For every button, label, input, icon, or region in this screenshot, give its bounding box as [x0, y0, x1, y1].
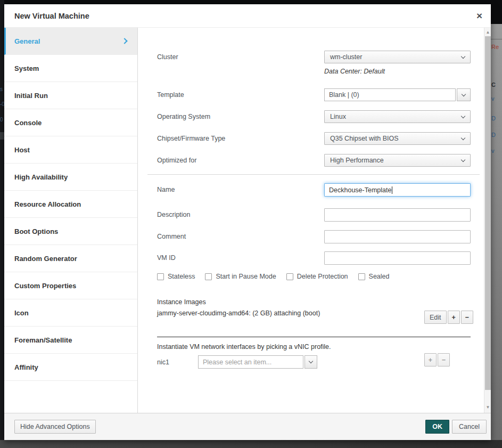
- scroll-down-icon[interactable]: ▼: [484, 404, 491, 411]
- checkbox-icon: [286, 273, 293, 280]
- sidebar-item-label: General: [14, 37, 122, 45]
- hide-advanced-options-button[interactable]: Hide Advanced Options: [14, 420, 96, 434]
- stateless-checkbox[interactable]: Stateless: [157, 273, 195, 280]
- sidebar-item-foreman-satellite[interactable]: Foreman/Satellite: [4, 327, 137, 354]
- vm-id-input[interactable]: [324, 251, 471, 265]
- sidebar-item-label: Custom Properties: [14, 282, 76, 290]
- checkbox-icon: [358, 273, 365, 280]
- sidebar-item-label: Resource Allocation: [14, 200, 81, 208]
- checkbox-label: Stateless: [168, 273, 195, 280]
- sidebar-item-affinity[interactable]: Affinity: [4, 354, 137, 381]
- cluster-select[interactable]: wm-cluster: [324, 51, 471, 63]
- divider: [491, 39, 502, 39]
- name-label: Name: [138, 183, 324, 193]
- background-fragment: D: [491, 132, 496, 138]
- scrollbar-thumb[interactable]: [485, 36, 491, 390]
- nic1-combobox: Please select an item...: [198, 355, 317, 369]
- operating-system-label: Operating System: [138, 110, 324, 120]
- sidebar-item-initial-run[interactable]: Initial Run: [4, 82, 137, 109]
- template-value[interactable]: Blank | (0): [324, 88, 456, 101]
- scrollbar[interactable]: ▲ ▼: [484, 28, 491, 413]
- delete-protection-checkbox[interactable]: Delete Protection: [286, 273, 348, 280]
- sidebar-item-label: Icon: [14, 309, 29, 317]
- optimized-for-label: Optimized for: [138, 154, 324, 164]
- chevron-right-icon: [121, 38, 127, 44]
- start-in-pause-mode-checkbox[interactable]: Start in Pause Mode: [205, 273, 276, 280]
- background-top-strip: [0, 0, 502, 4]
- name-input[interactable]: Deckhouse-Template: [324, 183, 471, 197]
- dialog-sidebar: General System Initial Run Console Host …: [4, 28, 138, 413]
- name-value: Deckhouse-Template: [329, 186, 391, 194]
- background-fragment: D: [491, 115, 496, 121]
- sidebar-item-label: Boot Options: [14, 227, 58, 235]
- sidebar-item-label: Random Generator: [14, 255, 77, 263]
- nic1-label: nic1: [157, 359, 169, 366]
- data-center-hint: Data Center: Default: [324, 68, 385, 75]
- new-vm-dialog: New Virtual Machine × General System Ini…: [4, 4, 491, 440]
- sidebar-item-console[interactable]: Console: [4, 109, 137, 136]
- chevron-down-icon: [461, 157, 465, 161]
- add-nic-button[interactable]: +: [424, 353, 437, 366]
- sidebar-item-label: Initial Run: [14, 92, 48, 100]
- edit-disk-button[interactable]: Edit: [424, 311, 447, 324]
- sidebar-item-label: Host: [14, 146, 30, 154]
- comment-label: Comment: [138, 230, 324, 240]
- background-right-strip: Re C v D D v: [491, 0, 502, 440]
- scroll-up-icon[interactable]: ▲: [484, 29, 491, 36]
- ok-button[interactable]: OK: [425, 420, 449, 434]
- add-disk-button[interactable]: +: [448, 311, 460, 324]
- background-left-strip: s -0 0: [0, 0, 4, 440]
- background-fragment: v: [491, 148, 495, 154]
- dialog-titlebar: New Virtual Machine ×: [4, 4, 491, 28]
- cluster-label: Cluster: [138, 51, 324, 61]
- sidebar-item-high-availability[interactable]: High Availability: [4, 164, 137, 191]
- instance-images-label: Instance Images: [157, 298, 206, 306]
- nic1-value[interactable]: Please select an item...: [198, 355, 303, 369]
- cluster-value: wm-cluster: [330, 53, 462, 61]
- chipset-label: Chipset/Firmware Type: [138, 132, 324, 142]
- checkbox-label: Start in Pause Mode: [216, 273, 276, 280]
- background-fragment: C: [491, 82, 496, 88]
- divider: [157, 337, 471, 337]
- background-fragment: v: [491, 95, 495, 102]
- cancel-button[interactable]: Cancel: [452, 420, 487, 434]
- checkbox-label: Delete Protection: [297, 273, 348, 280]
- checkbox-label: Sealed: [369, 273, 390, 280]
- comment-input[interactable]: [324, 230, 471, 243]
- sidebar-item-label: Affinity: [14, 363, 38, 371]
- divider: [147, 174, 480, 175]
- template-label: Template: [138, 88, 324, 99]
- sealed-checkbox[interactable]: Sealed: [358, 273, 390, 280]
- description-label: Description: [138, 208, 324, 218]
- description-input[interactable]: [324, 208, 471, 222]
- sidebar-item-resource-allocation[interactable]: Resource Allocation: [4, 191, 137, 218]
- operating-system-select[interactable]: Linux: [324, 110, 471, 123]
- chevron-down-icon: [461, 113, 465, 118]
- checkbox-icon: [157, 273, 164, 280]
- background-fragment: Re: [491, 44, 499, 50]
- remove-disk-button[interactable]: −: [461, 311, 473, 324]
- background-header: [491, 0, 502, 24]
- nic1-dropdown-button[interactable]: [305, 355, 317, 369]
- template-dropdown-button[interactable]: [457, 88, 471, 101]
- chipset-value: Q35 Chipset with BIOS: [330, 135, 462, 142]
- sidebar-item-system[interactable]: System: [4, 55, 137, 82]
- close-icon[interactable]: ×: [476, 11, 482, 21]
- chipset-select[interactable]: Q35 Chipset with BIOS: [324, 132, 471, 145]
- sidebar-item-random-generator[interactable]: Random Generator: [4, 245, 137, 272]
- instance-image-disk-text: jammy-server-cloudimg-amd64: (2 GB) atta…: [157, 309, 320, 317]
- dialog-title: New Virtual Machine: [14, 12, 476, 20]
- background-bottom-strip: [0, 440, 502, 448]
- optimized-for-value: High Performance: [330, 157, 462, 164]
- sidebar-item-icon[interactable]: Icon: [4, 299, 137, 327]
- checkbox-icon: [205, 273, 212, 280]
- optimized-for-select[interactable]: High Performance: [324, 154, 471, 167]
- remove-nic-button[interactable]: −: [438, 353, 450, 366]
- sidebar-item-boot-options[interactable]: Boot Options: [4, 218, 137, 245]
- sidebar-item-general[interactable]: General: [4, 28, 137, 55]
- sidebar-item-host[interactable]: Host: [4, 136, 137, 164]
- chevron-down-icon: [462, 92, 466, 96]
- sidebar-item-label: Foreman/Satellite: [14, 336, 72, 344]
- operating-system-value: Linux: [330, 113, 462, 120]
- sidebar-item-custom-properties[interactable]: Custom Properties: [4, 272, 137, 299]
